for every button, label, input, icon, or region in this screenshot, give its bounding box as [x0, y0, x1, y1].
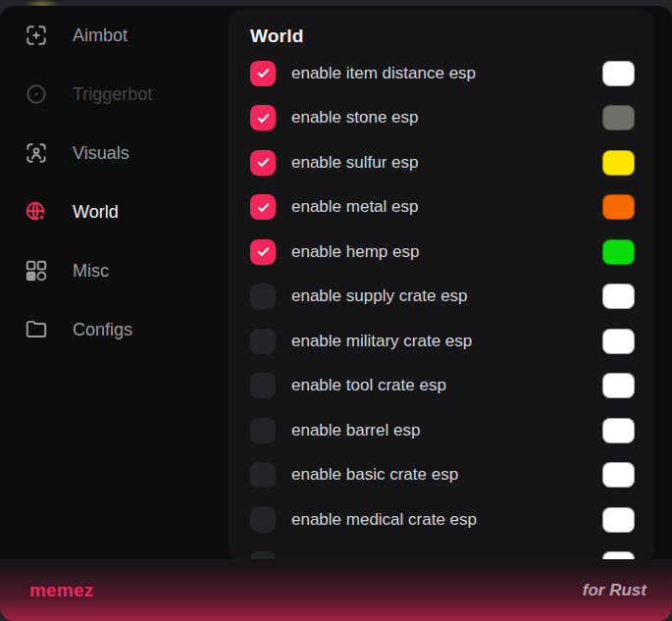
color-swatch[interactable]: [602, 194, 635, 220]
cheat-window: AimbotTriggerbotVisualsWorldMiscConfigs …: [0, 6, 672, 621]
setting-row: enable item distance esp: [229, 51, 654, 96]
setting-row: enable tool crate esp: [229, 364, 654, 409]
sidebar-item-label: Visuals: [73, 144, 129, 162]
sidebar: AimbotTriggerbotVisualsWorldMiscConfigs: [0, 6, 229, 359]
setting-row: enable barrel esp: [229, 408, 654, 453]
sidebar-item-visuals[interactable]: Visuals: [0, 124, 229, 182]
sidebar-item-label: Aimbot: [73, 26, 128, 44]
settings-list: enable item distance espenable stone esp…: [229, 51, 654, 562]
setting-row: enable supply crate esp: [229, 275, 654, 320]
sidebar-item-label: World: [73, 203, 119, 221]
setting-row: enable medical crate esp: [229, 497, 654, 543]
sidebar-item-label: Triggerbot: [73, 85, 152, 103]
checkbox-unchecked[interactable]: [250, 373, 276, 398]
checkbox-unchecked[interactable]: [250, 418, 276, 443]
world-panel: World enable item distance espenable sto…: [229, 10, 654, 562]
setting-label: enable basic crate esp: [291, 465, 602, 485]
checkbox-checked[interactable]: [250, 105, 276, 130]
color-swatch[interactable]: [602, 462, 635, 488]
checkbox-checked[interactable]: [250, 194, 276, 220]
setting-label: enable barrel esp: [291, 421, 602, 440]
triggerbot-icon: [24, 81, 49, 107]
setting-label: enable supply crate esp: [291, 286, 602, 306]
aimbot-icon: [24, 23, 49, 48]
color-swatch[interactable]: [602, 373, 635, 398]
setting-row: enable stone esp: [229, 96, 654, 141]
color-swatch[interactable]: [602, 329, 635, 354]
sidebar-item-misc[interactable]: Misc: [0, 241, 229, 300]
sidebar-item-label: Misc: [73, 262, 109, 280]
checkbox-checked[interactable]: [250, 239, 276, 265]
sidebar-item-world[interactable]: World: [0, 182, 229, 241]
setting-row: enable military crate esp: [229, 319, 654, 364]
checkbox-unchecked[interactable]: [250, 329, 276, 354]
setting-label: enable hemp esp: [291, 242, 602, 262]
sidebar-item-configs[interactable]: Configs: [0, 300, 229, 359]
checkbox-unchecked[interactable]: [250, 507, 276, 533]
setting-label: enable sulfur esp: [291, 153, 602, 173]
checkbox-unchecked[interactable]: [250, 284, 276, 309]
setting-row: enable sulfur esp: [229, 140, 654, 185]
color-swatch[interactable]: [602, 284, 635, 309]
setting-label: enable tool crate esp: [291, 376, 602, 395]
brand-logo: memez: [29, 580, 93, 601]
setting-label: enable medical crate esp: [291, 510, 602, 530]
checkbox-unchecked[interactable]: [250, 462, 276, 488]
setting-label: enable item distance esp: [291, 64, 602, 83]
page-title: World: [229, 10, 654, 47]
checkbox-checked[interactable]: [250, 61, 276, 86]
sidebar-item-aimbot[interactable]: Aimbot: [0, 6, 229, 65]
color-swatch[interactable]: [602, 418, 635, 443]
setting-label: enable military crate esp: [291, 332, 602, 351]
misc-icon: [24, 258, 49, 284]
setting-label: enable metal esp: [291, 197, 602, 217]
sidebar-item-label: Configs: [73, 321, 132, 338]
color-swatch[interactable]: [602, 61, 635, 86]
world-icon: [24, 199, 49, 225]
color-swatch[interactable]: [602, 239, 635, 265]
color-swatch[interactable]: [602, 507, 635, 533]
color-swatch[interactable]: [602, 150, 635, 176]
footer-tagline: for Rust: [583, 581, 646, 600]
footer: memez for Rust: [0, 559, 672, 621]
checkbox-checked[interactable]: [250, 150, 276, 176]
color-swatch[interactable]: [602, 105, 635, 130]
visuals-icon: [24, 140, 49, 166]
setting-row: enable basic crate esp: [229, 453, 654, 498]
sidebar-item-triggerbot[interactable]: Triggerbot: [0, 65, 229, 124]
setting-label: enable stone esp: [291, 108, 602, 128]
configs-icon: [24, 317, 49, 342]
setting-row: enable hemp esp: [229, 230, 654, 275]
setting-row: enable metal esp: [229, 185, 654, 231]
